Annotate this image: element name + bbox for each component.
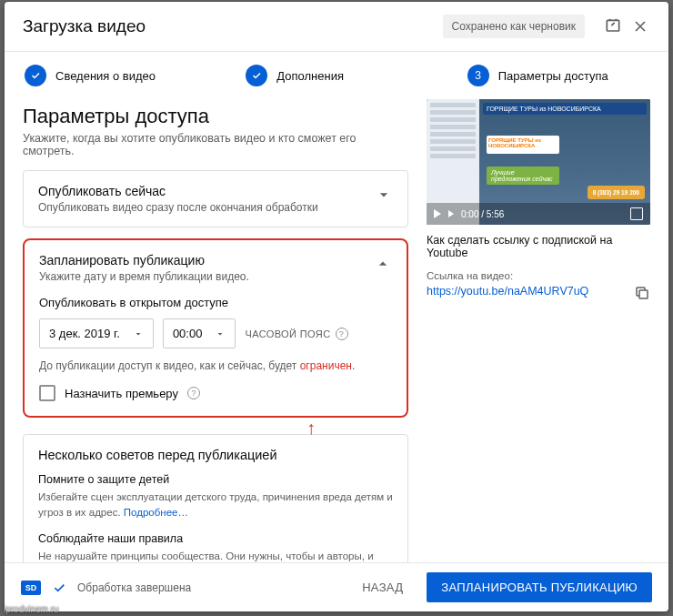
chevron-up-icon	[374, 255, 392, 276]
check-icon	[25, 65, 46, 86]
publish-now-header[interactable]: Опубликовать сейчас Опубликовать видео с…	[24, 171, 407, 227]
upload-dialog: Загрузка видео Сохранено как черновик Св…	[5, 2, 668, 611]
schedule-header[interactable]: Запланировать публикацию Укажите дату и …	[25, 240, 407, 296]
video-url[interactable]: https://youtu.be/naAM4URV7uQ	[427, 285, 650, 298]
play-icon[interactable]	[434, 209, 441, 218]
tip-desc: Избегайте сцен эксплуатации детского тру…	[38, 490, 393, 521]
close-icon[interactable]	[630, 16, 650, 36]
premiere-checkbox-row[interactable]: Назначить премьеру ?	[39, 385, 392, 401]
step-extras[interactable]: Дополнения	[226, 65, 447, 86]
thumb-card: ГОРЯЩИЕ ТУРЫ из НОВОСИБИРСКА	[487, 136, 559, 154]
schedule-body: Опубликовать в открытом доступе 3 дек. 2…	[25, 296, 407, 416]
dialog-body: Параметры доступа Укажите, когда вы хоти…	[5, 99, 668, 562]
card-sub: Укажите дату и время публикации видео.	[39, 270, 374, 283]
right-column: w ГОРЯЩИЕ ТУРЫ из НОВОСИБИРСКА ГОРЯЩИЕ Т…	[427, 99, 650, 553]
step-label: Сведения о видео	[55, 69, 156, 83]
thumb-green-banner: Лучшие предложения сейчас	[487, 167, 559, 185]
volume-icon[interactable]	[448, 210, 454, 217]
tips-card: Несколько советов перед публикацией Помн…	[23, 434, 408, 562]
video-time: 0:00 / 5:56	[461, 209, 504, 219]
video-thumbnail[interactable]: w ГОРЯЩИЕ ТУРЫ из НОВОСИБИРСКА ГОРЯЩИЕ Т…	[427, 99, 650, 225]
left-column: Параметры доступа Укажите, когда вы хоти…	[23, 99, 408, 553]
restriction-note: До публикации доступ к видео, как и сейч…	[39, 359, 392, 372]
help-icon: ?	[336, 328, 348, 340]
timezone-link[interactable]: ЧАСОВОЙ ПОЯС?	[245, 328, 347, 340]
tip-desc: Не нарушайте принципы сообщества. Они ну…	[38, 549, 393, 563]
stepper: Сведения о видео Дополнения 3 Параметры …	[5, 52, 668, 99]
red-arrow-icon: ↑	[214, 423, 408, 432]
step-details[interactable]: Сведения о видео	[5, 65, 226, 86]
card-title: Опубликовать сейчас	[38, 184, 375, 198]
dialog-title: Загрузка видео	[23, 16, 443, 36]
time-value: 00:00	[173, 327, 203, 340]
schedule-card: Запланировать публикацию Укажите дату и …	[23, 238, 408, 418]
date-select[interactable]: 3 дек. 2019 г.	[39, 318, 154, 348]
card-sub: Опубликовать видео сразу после окончания…	[38, 201, 375, 214]
watermark: iprodvinem.ru	[4, 604, 59, 614]
tip-title: Помните о защите детей	[38, 473, 393, 486]
svg-rect-1	[639, 290, 648, 298]
copy-icon[interactable]	[634, 285, 650, 304]
step-label: Дополнения	[276, 69, 344, 83]
video-title: Как сделать ссылку с подпиской на Youtub…	[427, 234, 650, 259]
dialog-header: Загрузка видео Сохранено как черновик	[5, 2, 668, 52]
time-select[interactable]: 00:00	[163, 318, 236, 348]
help-icon[interactable]: ?	[187, 387, 200, 399]
link-label: Ссылка на видео:	[427, 270, 650, 281]
sd-badge: SD	[21, 581, 41, 595]
check-icon	[246, 65, 267, 86]
step-label: Параметры доступа	[498, 69, 608, 83]
card-title: Запланировать публикацию	[39, 253, 374, 268]
video-controls: 0:00 / 5:56	[427, 203, 650, 225]
feedback-icon[interactable]	[603, 16, 623, 36]
thumb-banner: ГОРЯЩИЕ ТУРЫ из НОВОСИБИРСКА	[483, 103, 647, 115]
draft-badge: Сохранено как черновик	[443, 15, 586, 38]
premiere-label: Назначить премьеру	[65, 387, 178, 400]
page-heading: Параметры доступа	[23, 105, 408, 128]
dialog-footer: SD Обработка завершена НАЗАД ЗАПЛАНИРОВА…	[5, 562, 668, 611]
tips-title: Несколько советов перед публикацией	[38, 448, 393, 462]
check-icon	[52, 581, 66, 595]
date-value: 3 дек. 2019 г.	[49, 327, 120, 340]
step-number: 3	[467, 65, 489, 86]
chevron-down-icon	[375, 186, 393, 207]
publish-public-label: Опубликовать в открытом доступе	[39, 296, 392, 309]
publish-now-card: Опубликовать сейчас Опубликовать видео с…	[23, 170, 408, 227]
back-button[interactable]: НАЗАД	[349, 573, 416, 601]
processing-status: Обработка завершена	[77, 581, 338, 594]
fullscreen-icon[interactable]	[630, 207, 643, 220]
timezone-label: ЧАСОВОЙ ПОЯС	[245, 328, 330, 339]
step-visibility[interactable]: 3 Параметры доступа	[447, 65, 668, 86]
svg-rect-0	[607, 20, 618, 31]
checkbox-icon[interactable]	[39, 385, 55, 401]
schedule-button[interactable]: ЗАПЛАНИРОВАТЬ ПУБЛИКАЦИЮ	[427, 572, 652, 602]
thumb-phone: 8 (383) 29 19 200	[588, 186, 645, 199]
page-sub: Укажите, когда вы хотите опубликовать ви…	[23, 132, 408, 157]
tip-title: Соблюдайте наши правила	[38, 532, 393, 545]
learn-more-link[interactable]: Подробнее…	[124, 507, 188, 518]
